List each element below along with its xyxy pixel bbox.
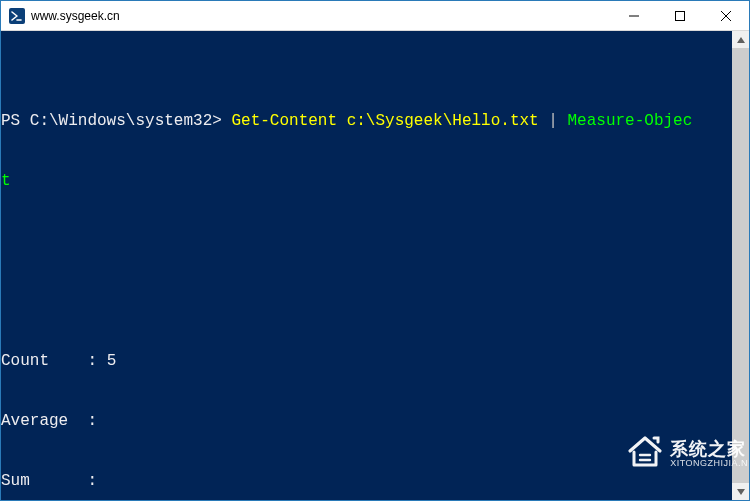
prompt-text: PS C:\Windows\system32> [1,112,231,130]
watermark-sub: XITONGZHIJIA.N [670,459,748,468]
scroll-up-icon[interactable] [732,31,749,48]
watermark: 系统之家 XITONGZHIJIA.N [591,415,748,494]
command-line-2: t [1,171,749,191]
blank-line [1,291,749,311]
powershell-window: www.sysgeek.cn PS C:\Windows\system32> G… [0,0,750,501]
window-controls [611,1,749,30]
svg-rect-3 [676,11,685,20]
output-count-value: 5 [107,352,117,370]
house-icon [591,415,665,494]
window-title: www.sysgeek.cn [31,9,611,23]
terminal-area[interactable]: PS C:\Windows\system32> Get-Content c:\S… [1,31,749,500]
output-count-label: Count : [1,352,107,370]
command-measure-part1: Measure-Objec [568,112,693,130]
pipe-symbol: | [539,112,568,130]
maximize-button[interactable] [657,1,703,30]
app-icon [9,8,25,24]
command-measure-part2: t [1,172,11,190]
close-button[interactable] [703,1,749,30]
command-line-1: PS C:\Windows\system32> Get-Content c:\S… [1,111,749,131]
command-get-content: Get-Content c:\Sysgeek\Hello.txt [231,112,538,130]
output-count: Count : 5 [1,351,749,371]
titlebar[interactable]: www.sysgeek.cn [1,1,749,31]
blank-line [1,231,749,251]
watermark-text: 系统之家 XITONGZHIJIA.N [670,440,748,468]
minimize-button[interactable] [611,1,657,30]
watermark-main: 系统之家 [670,440,748,459]
